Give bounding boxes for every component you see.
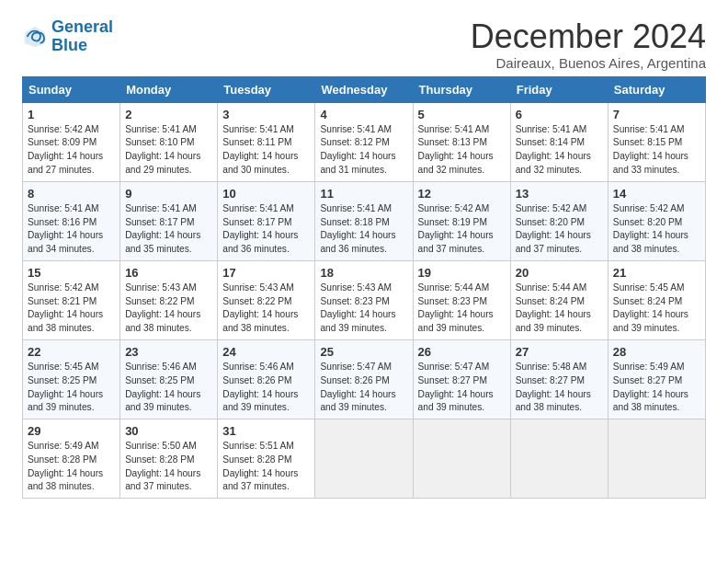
day-detail: Sunrise: 5:47 AMSunset: 8:26 PMDaylight:… <box>320 362 395 412</box>
day-detail: Sunrise: 5:45 AMSunset: 8:24 PMDaylight:… <box>613 282 688 333</box>
day-number: 14 <box>613 187 700 201</box>
day-number: 3 <box>222 108 310 121</box>
day-number: 22 <box>28 345 115 359</box>
day-detail: Sunrise: 5:41 AMSunset: 8:12 PMDaylight:… <box>320 124 395 175</box>
calendar-cell: 5 Sunrise: 5:41 AMSunset: 8:13 PMDayligh… <box>413 102 510 181</box>
day-number: 15 <box>28 266 115 280</box>
day-detail: Sunrise: 5:48 AMSunset: 8:27 PMDaylight:… <box>516 362 591 412</box>
day-detail: Sunrise: 5:43 AMSunset: 8:22 PMDaylight:… <box>222 282 298 333</box>
calendar-cell: 4 Sunrise: 5:41 AMSunset: 8:12 PMDayligh… <box>315 102 413 181</box>
calendar-cell: 30 Sunrise: 5:50 AMSunset: 8:28 PMDaylig… <box>120 419 218 499</box>
day-detail: Sunrise: 5:41 AMSunset: 8:14 PMDaylight:… <box>516 124 591 175</box>
calendar-cell: 3 Sunrise: 5:41 AMSunset: 8:11 PMDayligh… <box>218 102 315 181</box>
day-detail: Sunrise: 5:43 AMSunset: 8:23 PMDaylight:… <box>320 282 395 333</box>
calendar-cell: 8 Sunrise: 5:41 AMSunset: 8:16 PMDayligh… <box>23 181 120 260</box>
day-detail: Sunrise: 5:42 AMSunset: 8:20 PMDaylight:… <box>613 203 688 254</box>
day-detail: Sunrise: 5:41 AMSunset: 8:15 PMDaylight:… <box>613 124 688 175</box>
calendar-cell: 24 Sunrise: 5:46 AMSunset: 8:26 PMDaylig… <box>218 339 315 419</box>
day-number: 26 <box>418 345 506 359</box>
day-detail: Sunrise: 5:43 AMSunset: 8:22 PMDaylight:… <box>125 282 200 333</box>
day-number: 17 <box>222 266 310 280</box>
calendar-week-4: 22 Sunrise: 5:45 AMSunset: 8:25 PMDaylig… <box>23 339 706 419</box>
day-number: 1 <box>28 108 115 121</box>
calendar-week-1: 1 Sunrise: 5:42 AMSunset: 8:09 PMDayligh… <box>23 102 706 181</box>
day-detail: Sunrise: 5:42 AMSunset: 8:19 PMDaylight:… <box>418 203 494 254</box>
calendar-week-2: 8 Sunrise: 5:41 AMSunset: 8:16 PMDayligh… <box>23 181 706 260</box>
calendar-cell: 19 Sunrise: 5:44 AMSunset: 8:23 PMDaylig… <box>413 260 510 339</box>
day-number: 24 <box>222 345 310 359</box>
day-detail: Sunrise: 5:41 AMSunset: 8:13 PMDaylight:… <box>418 124 494 175</box>
calendar-cell: 16 Sunrise: 5:43 AMSunset: 8:22 PMDaylig… <box>120 260 218 339</box>
day-detail: Sunrise: 5:41 AMSunset: 8:17 PMDaylight:… <box>222 203 298 254</box>
header-row: General Blue December 2024 Daireaux, Bue… <box>22 18 706 71</box>
day-number: 23 <box>125 345 212 359</box>
day-number: 7 <box>613 108 700 121</box>
calendar-cell: 28 Sunrise: 5:49 AMSunset: 8:27 PMDaylig… <box>608 339 705 419</box>
calendar-cell: 25 Sunrise: 5:47 AMSunset: 8:26 PMDaylig… <box>315 339 413 419</box>
day-detail: Sunrise: 5:41 AMSunset: 8:16 PMDaylight:… <box>28 203 103 254</box>
day-number: 19 <box>418 266 506 280</box>
calendar-week-3: 15 Sunrise: 5:42 AMSunset: 8:21 PMDaylig… <box>23 260 706 339</box>
calendar-cell: 14 Sunrise: 5:42 AMSunset: 8:20 PMDaylig… <box>608 181 705 260</box>
day-detail: Sunrise: 5:46 AMSunset: 8:25 PMDaylight:… <box>125 362 200 412</box>
day-detail: Sunrise: 5:42 AMSunset: 8:20 PMDaylight:… <box>516 203 591 254</box>
day-number: 4 <box>320 108 407 121</box>
calendar-cell: 11 Sunrise: 5:41 AMSunset: 8:18 PMDaylig… <box>315 181 413 260</box>
day-number: 6 <box>516 108 603 121</box>
calendar-cell: 18 Sunrise: 5:43 AMSunset: 8:23 PMDaylig… <box>315 260 413 339</box>
calendar-header-thursday: Thursday <box>413 76 510 102</box>
day-number: 30 <box>125 424 212 438</box>
calendar-cell: 21 Sunrise: 5:45 AMSunset: 8:24 PMDaylig… <box>608 260 705 339</box>
logo-line1: General <box>51 17 113 36</box>
day-number: 21 <box>613 266 700 280</box>
day-detail: Sunrise: 5:47 AMSunset: 8:27 PMDaylight:… <box>418 362 494 412</box>
day-number: 20 <box>516 266 603 280</box>
calendar-header-tuesday: Tuesday <box>218 76 315 102</box>
day-number: 27 <box>516 345 603 359</box>
day-number: 16 <box>125 266 212 280</box>
day-detail: Sunrise: 5:42 AMSunset: 8:09 PMDaylight:… <box>28 124 103 175</box>
day-number: 29 <box>28 424 115 438</box>
day-number: 13 <box>516 187 603 201</box>
calendar-cell <box>315 419 413 499</box>
calendar-cell: 12 Sunrise: 5:42 AMSunset: 8:19 PMDaylig… <box>413 181 510 260</box>
calendar-header-wednesday: Wednesday <box>315 76 413 102</box>
day-detail: Sunrise: 5:46 AMSunset: 8:26 PMDaylight:… <box>222 362 298 412</box>
calendar-cell: 20 Sunrise: 5:44 AMSunset: 8:24 PMDaylig… <box>510 260 608 339</box>
day-detail: Sunrise: 5:51 AMSunset: 8:28 PMDaylight:… <box>222 441 298 491</box>
day-number: 2 <box>125 108 212 121</box>
calendar-header-monday: Monday <box>120 76 218 102</box>
calendar-cell <box>413 419 510 499</box>
day-detail: Sunrise: 5:42 AMSunset: 8:21 PMDaylight:… <box>28 282 103 333</box>
calendar-cell: 29 Sunrise: 5:49 AMSunset: 8:28 PMDaylig… <box>23 419 120 499</box>
calendar-cell: 9 Sunrise: 5:41 AMSunset: 8:17 PMDayligh… <box>120 181 218 260</box>
logo-text: General Blue <box>51 18 113 55</box>
day-detail: Sunrise: 5:44 AMSunset: 8:23 PMDaylight:… <box>418 282 494 333</box>
day-detail: Sunrise: 5:45 AMSunset: 8:25 PMDaylight:… <box>28 362 103 412</box>
day-number: 10 <box>222 187 310 201</box>
calendar-cell: 10 Sunrise: 5:41 AMSunset: 8:17 PMDaylig… <box>218 181 315 260</box>
calendar-header-row: SundayMondayTuesdayWednesdayThursdayFrid… <box>23 76 706 102</box>
location: Daireaux, Buenos Aires, Argentina <box>471 55 706 71</box>
calendar-cell: 22 Sunrise: 5:45 AMSunset: 8:25 PMDaylig… <box>23 339 120 419</box>
month-title: December 2024 <box>471 18 706 55</box>
calendar-cell: 31 Sunrise: 5:51 AMSunset: 8:28 PMDaylig… <box>218 419 315 499</box>
logo: General Blue <box>22 18 113 55</box>
calendar-cell: 13 Sunrise: 5:42 AMSunset: 8:20 PMDaylig… <box>510 181 608 260</box>
logo-line2: Blue <box>51 37 113 55</box>
day-number: 8 <box>28 187 115 201</box>
calendar-cell: 17 Sunrise: 5:43 AMSunset: 8:22 PMDaylig… <box>218 260 315 339</box>
day-number: 28 <box>613 345 700 359</box>
day-number: 5 <box>418 108 506 121</box>
calendar-cell <box>510 419 608 499</box>
day-number: 9 <box>125 187 212 201</box>
calendar-header-friday: Friday <box>510 76 608 102</box>
day-number: 12 <box>418 187 506 201</box>
day-detail: Sunrise: 5:49 AMSunset: 8:28 PMDaylight:… <box>28 441 103 491</box>
calendar-cell: 23 Sunrise: 5:46 AMSunset: 8:25 PMDaylig… <box>120 339 218 419</box>
day-detail: Sunrise: 5:41 AMSunset: 8:11 PMDaylight:… <box>222 124 298 175</box>
calendar-header-sunday: Sunday <box>23 76 120 102</box>
day-detail: Sunrise: 5:44 AMSunset: 8:24 PMDaylight:… <box>516 282 591 333</box>
page-container: General Blue December 2024 Daireaux, Bue… <box>0 0 728 513</box>
day-detail: Sunrise: 5:41 AMSunset: 8:10 PMDaylight:… <box>125 124 200 175</box>
